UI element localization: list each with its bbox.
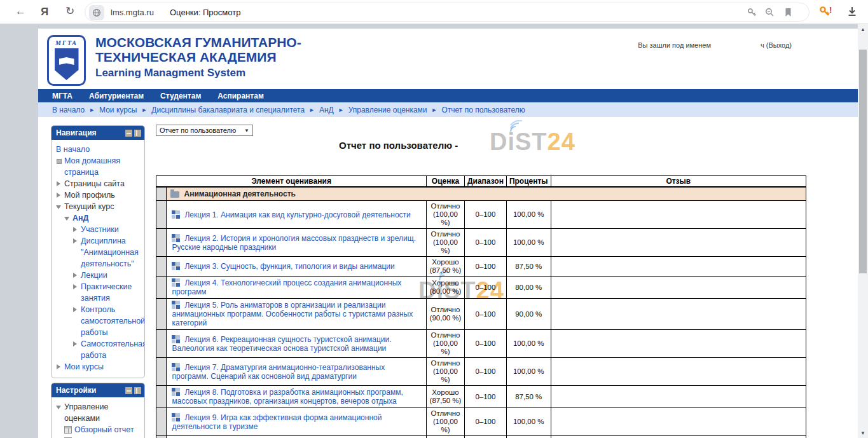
address-bar[interactable]: lms.mgta.ru Оценки: Просмотр [85,3,809,22]
grade-item-link[interactable]: Лекция 2. История и хронология массовых … [172,234,416,252]
nav-item-aspirantam[interactable]: Аспирантам [217,92,264,100]
browser-back-icon[interactable]: ← [15,5,26,18]
url-text[interactable]: lms.mgta.ru [111,8,154,17]
table-row: Итоговое тестирование Отлично(100,00 %) … [156,436,806,438]
table-row: Лекция 9. Игра как эффективная форма ани… [156,408,806,436]
report-type-select[interactable]: Отчет по пользователю ▼ [156,125,253,136]
sidebar-item-self-control[interactable]: Контроль самостоятельной работы [72,304,142,338]
breadcrumb-course[interactable]: АнД [319,106,334,114]
collapse-block-icon[interactable] [125,387,132,394]
feedback-cell [551,257,806,277]
feedback-cell [551,299,806,330]
dock-block-icon[interactable] [134,387,141,394]
breadcrumb-my-courses[interactable]: Мои курсы [99,106,137,114]
page-title: Отчет по пользователю - [339,140,458,151]
sidebar-item-home[interactable]: В начало [56,144,142,155]
site-content: МГТА МОСКОВСКАЯ ГУМАНИТАРНО- ТЕХНИЧЕСКАЯ… [38,29,858,438]
lesson-icon [172,363,180,371]
grade-item-link[interactable]: Лекция 3. Сущность, функция, типология и… [184,262,394,271]
feedback-cell [551,358,806,386]
sidebar-item-current-course[interactable]: Текущий курс [56,201,142,212]
chevron-down-icon: ▼ [244,128,249,133]
bookmark-icon[interactable] [784,8,792,17]
scrollbar-thumb[interactable] [859,50,867,273]
login-suffix-logout[interactable]: ч (Выход) [761,41,792,49]
sidebar-item-my-profile[interactable]: Мой профиль [56,189,142,201]
scroll-down-icon[interactable]: ▼ [858,430,868,436]
breadcrumb-user-report[interactable]: Отчет по пользователю [442,106,525,114]
settings-item-user-report[interactable]: Отчет по пользователю [64,435,142,438]
browser-chrome: ← Я ↻ lms.mgta.ru Оценки: Просмотр ! [0,0,868,24]
grade-item-link[interactable]: Лекция 9. Игра как эффективная форма ани… [172,413,382,431]
watermark: DiST24 [490,128,575,156]
login-info: Вы зашли под именем ч (Выход) [638,41,792,49]
search-page-icon[interactable] [765,8,775,17]
yandex-browser-icon[interactable]: Я [41,6,48,18]
feedback-cell [551,436,806,438]
table-row: Лекция 6. Рекреационная сущность туристс… [156,330,806,358]
grade-item-link[interactable]: Лекция 5. Роль аниматоров в организации … [172,301,413,327]
table-header-row: Элемент оценивания Оценка Диапазон Проце… [156,176,806,188]
lesson-icon [172,262,180,270]
table-row: Лекция 1. Анимация как вид культурно-дос… [156,201,806,229]
scroll-up-icon[interactable]: ▲ [858,27,868,32]
breadcrumb: В начало ► Мои курсы ► Дисциплины бакала… [38,102,858,117]
feedback-cell [551,386,806,408]
feedback-cell [551,277,806,299]
grade-item-link[interactable]: Лекция 6. Рекреационная сущность туристс… [172,335,391,353]
sidebar: Навигация В начало Моя домашняя страница… [51,125,145,438]
lesson-icon [172,210,180,219]
breadcrumb-separator: ► [141,107,147,113]
breadcrumb-separator: ► [338,107,344,113]
breadcrumb-grade-admin[interactable]: Управление оценками [348,106,427,114]
protect-key-icon[interactable] [747,8,757,17]
grade-item-link[interactable]: Лекция 8. Подготовка и разработка анимац… [172,388,403,406]
logo-shield-icon [55,48,79,80]
sidebar-item-discipline[interactable]: Дисциплина "Анимационная деятельность" [72,235,142,270]
lms-subtitle: Learning Managment System [95,65,301,80]
settings-block: Настройки Управление оценками Обзорный о… [51,383,145,438]
nav-item-mgta[interactable]: МГТА [52,92,72,100]
sidebar-item-practice[interactable]: Практические занятия [72,281,142,304]
site-globe-icon [89,5,104,20]
category-row: Анимационная деятельность [156,187,806,201]
sidebar-item-participants[interactable]: Участники [72,224,142,235]
table-row: Лекция 8. Подготовка и разработка анимац… [156,386,806,408]
breadcrumb-disciplines[interactable]: Дисциплины бакалавриата и специалитета [151,106,305,114]
table-row: Лекция 2. История и хронология массовых … [156,229,806,257]
header-range: Диапазон [464,176,506,188]
settings-block-body: Управление оценками Обзорный отчет Отчет… [52,397,144,438]
grade-item-link[interactable]: Лекция 7. Драматургия анимационно-театра… [172,363,385,381]
sidebar-item-my-home[interactable]: Моя домашняя страница [56,155,142,178]
nav-item-abiturientam[interactable]: Абитуриентам [89,92,144,100]
sidebar-item-my-courses[interactable]: Мои курсы [56,361,142,373]
download-icon[interactable] [846,6,858,17]
sidebar-item-and-course[interactable]: АнД [64,212,142,224]
sidebar-item-site-pages[interactable]: Страницы сайта [56,178,142,189]
org-title-line2: ТЕХНИЧЕСКАЯ АКАДЕМИЯ [95,50,301,64]
table-row: Лекция 5. Роль аниматоров в организации … [156,299,806,330]
settings-block-header: Настройки [52,383,144,397]
dock-block-icon[interactable] [134,130,141,137]
settings-item-grade-admin[interactable]: Управление оценками [56,401,142,424]
refresh-icon[interactable]: ↻ [65,5,74,18]
grade-item-link[interactable]: Лекция 4. Технологический процесс создан… [172,278,401,296]
main-nav: МГТА Абитуриентам Студентам Аспирантам [38,89,858,102]
breadcrumb-home[interactable]: В начало [52,106,85,114]
sidebar-item-lectures[interactable]: Лекции [72,270,142,281]
vertical-scrollbar[interactable]: ▲ ▼ [858,24,868,438]
nav-item-studentam[interactable]: Студентам [160,92,201,100]
grade-report-table: Элемент оценивания Оценка Диапазон Проце… [156,175,806,438]
navigation-block: Навигация В начало Моя домашняя страница… [51,125,145,378]
collapse-block-icon[interactable] [125,130,132,137]
report-select-value: Отчет по пользователю [160,127,236,134]
org-title: МОСКОВСКАЯ ГУМАНИТАРНО- ТЕХНИЧЕСКАЯ АКАД… [95,35,301,80]
navigation-block-title: Навигация [56,128,97,137]
settings-item-overview-report[interactable]: Обзорный отчет [64,424,142,435]
grade-item-link[interactable]: Лекция 1. Анимация как вид культурно-дос… [184,210,410,219]
logo-abbr-text: МГТА [49,39,84,46]
sidebar-item-self-work[interactable]: Самостоятельная работа [72,338,142,361]
content-area: Навигация В начало Моя домашняя страница… [38,117,858,438]
header-percent: Проценты [506,176,551,188]
header-feedback: Отзыв [551,176,806,188]
